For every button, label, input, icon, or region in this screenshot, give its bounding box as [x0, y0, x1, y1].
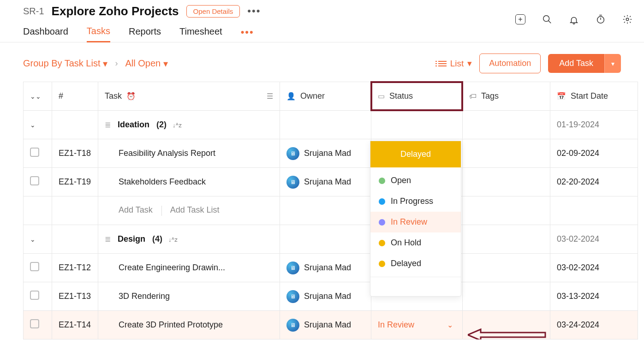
table-row[interactable]: EZ1-T19 Stakeholders Feedback 🖥Srujana M… [24, 168, 638, 196]
row-checkbox[interactable] [30, 148, 39, 157]
status-option-label: In Progress [391, 196, 433, 206]
start-date[interactable]: 03-13-2024 [550, 282, 638, 311]
group-by-dropdown[interactable]: Group By Task List ▾ [23, 58, 107, 69]
subtasks-icon[interactable]: ☰ [267, 92, 273, 101]
row-checkbox[interactable] [30, 319, 39, 328]
group-count: (4) [152, 234, 162, 244]
tab-timesheet[interactable]: Timesheet [179, 23, 222, 42]
owner-name: Srujana Mad [304, 149, 351, 158]
add-task-caret[interactable]: ▾ [604, 54, 621, 73]
project-code: SR-1 [23, 6, 44, 17]
avatar: 🖥 [286, 176, 299, 189]
filter-dropdown[interactable]: All Open ▾ [125, 58, 168, 69]
svg-point-5 [626, 18, 629, 21]
column-header-task[interactable]: Task⏰ ☰ [98, 82, 280, 111]
status-option[interactable]: In Progress [370, 191, 461, 212]
reminder-icon: ⏰ [126, 92, 136, 101]
start-date[interactable]: 02-20-2024 [550, 168, 638, 196]
sort-icon[interactable]: ↓ᴬᴢ [173, 122, 182, 129]
status-option[interactable]: In Review [370, 212, 461, 232]
page-title: Explore Zoho Projects [52, 4, 179, 18]
task-id: EZ1-T13 [52, 282, 98, 311]
chevron-down-icon: ▾ [163, 58, 168, 69]
table-row[interactable]: EZ1-T12 Create Engineering Drawin... 🖥Sr… [24, 254, 638, 282]
list-icon [438, 61, 447, 66]
start-date[interactable]: 03-24-2024 [550, 311, 638, 339]
separator [161, 206, 162, 216]
tabs-more-icon[interactable]: ••• [241, 26, 254, 38]
bell-icon[interactable] [568, 14, 579, 25]
status-option-label: Open [391, 176, 411, 185]
date-header-label: Start Date [571, 91, 608, 101]
group-count: (2) [156, 120, 167, 129]
group-name[interactable]: Ideation [118, 120, 149, 129]
column-header-start-date[interactable]: 📅Start Date [550, 82, 638, 111]
avatar: 🖥 [286, 319, 299, 332]
task-name[interactable]: Feasibility Analysis Report [98, 139, 280, 168]
table-row[interactable]: EZ1-T13 3D Rendering 🖥Srujana Mad 03-13-… [24, 282, 638, 311]
tab-tasks[interactable]: Tasks [87, 22, 110, 42]
add-task-inline[interactable]: Add Task [119, 205, 153, 214]
row-checkbox[interactable] [30, 176, 39, 185]
task-name[interactable]: Create Engineering Drawin... [98, 254, 280, 282]
task-header-label: Task [105, 91, 122, 101]
group-date: 03-02-2024 [550, 225, 638, 254]
sort-icon[interactable]: ↓ᴬᴢ [168, 236, 178, 243]
tab-dashboard[interactable]: Dashboard [23, 23, 68, 42]
owner-name: Srujana Mad [304, 263, 351, 273]
table-row[interactable]: EZ1-T18 Feasibility Analysis Report 🖥Sru… [24, 139, 638, 168]
chevron-down-icon: ⌄ [447, 321, 453, 329]
status-option-label: Delayed [391, 259, 421, 268]
status-header-label: Status [389, 91, 413, 101]
tags-header-label: Tags [481, 91, 499, 101]
group-by-label: Group By Task List [23, 58, 100, 69]
status-value: In Review [378, 320, 414, 330]
status-option[interactable]: Delayed [370, 253, 461, 274]
avatar: 🖥 [286, 290, 299, 303]
group-toggle[interactable]: ⌄ [24, 111, 52, 139]
group-date: 01-19-2024 [550, 111, 638, 139]
status-option-label: In Review [391, 217, 427, 227]
task-id: EZ1-T19 [52, 168, 98, 196]
row-checkbox[interactable] [30, 262, 39, 271]
tasklist-icon: ≣ [105, 235, 111, 243]
group-toggle[interactable]: ⌄ [24, 225, 52, 254]
search-icon[interactable] [542, 14, 553, 25]
gear-icon[interactable] [622, 14, 633, 25]
column-header-id[interactable]: # [52, 82, 98, 111]
open-details-button[interactable]: Open Details [186, 5, 240, 18]
svg-point-0 [543, 16, 549, 22]
more-actions-icon[interactable]: ••• [247, 5, 261, 17]
column-header-tags[interactable]: 🏷Tags [463, 82, 550, 111]
task-id: EZ1-T14 [52, 311, 98, 339]
tag-icon: 🏷 [469, 92, 477, 101]
task-name[interactable]: 3D Rendering [98, 282, 280, 311]
column-header-owner[interactable]: 👤Owner [280, 82, 371, 111]
task-name[interactable]: Stakeholders Feedback [98, 168, 280, 196]
status-dropdown-current: Delayed [370, 141, 461, 167]
collapse-all-header[interactable]: ⌄⌄ [24, 82, 52, 111]
automation-button[interactable]: Automation [479, 54, 541, 73]
start-date[interactable]: 03-02-2024 [550, 254, 638, 282]
status-option[interactable]: Open [370, 170, 461, 191]
column-header-status[interactable]: ▭Status [371, 82, 463, 111]
view-switcher[interactable]: List ▾ [438, 58, 472, 69]
status-cell[interactable]: In Review ⌄ [378, 320, 456, 330]
status-option[interactable]: On Hold [370, 232, 461, 253]
filter-label: All Open [125, 58, 161, 69]
start-date[interactable]: 02-09-2024 [550, 139, 638, 168]
add-task-list-inline[interactable]: Add Task List [170, 205, 220, 214]
status-color-dot [379, 178, 385, 184]
table-row-selected[interactable]: EZ1-T14 Create 3D Printed Prototype 🖥Sru… [24, 311, 638, 339]
add-task-button[interactable]: Add Task [548, 54, 604, 73]
task-name[interactable]: Create 3D Printed Prototype [98, 311, 280, 339]
row-checkbox[interactable] [30, 291, 39, 300]
group-name[interactable]: Design [118, 234, 145, 244]
status-dropdown[interactable]: Delayed OpenIn ProgressIn ReviewOn HoldD… [370, 141, 461, 297]
timer-icon[interactable] [595, 14, 606, 25]
status-search-input[interactable] [379, 282, 453, 291]
task-id: EZ1-T18 [52, 139, 98, 168]
status-option-label: On Hold [391, 238, 421, 248]
tab-reports[interactable]: Reports [129, 23, 161, 42]
add-icon[interactable]: + [515, 14, 526, 25]
